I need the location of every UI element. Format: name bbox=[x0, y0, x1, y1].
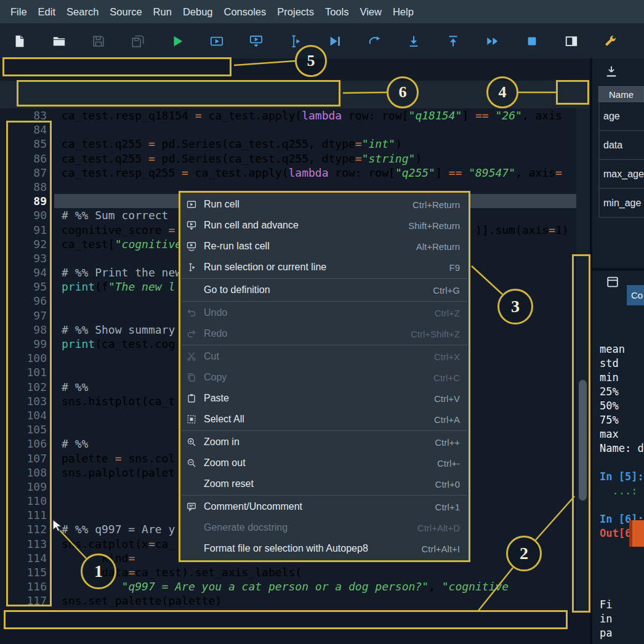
run-current-line-button[interactable] bbox=[367, 34, 382, 49]
preferences-button[interactable] bbox=[603, 34, 618, 49]
maximize-pane-button[interactable] bbox=[564, 34, 579, 49]
code-text[interactable]: ca_test.resp_q18154 = ca_test.apply(lamb… bbox=[54, 108, 576, 123]
menu-item-shortcut: Ctrl+- bbox=[426, 458, 460, 469]
line-number[interactable]: 113 bbox=[0, 537, 54, 551]
menu-run[interactable]: Run bbox=[148, 0, 177, 23]
menu-debug[interactable]: Debug bbox=[177, 0, 219, 23]
menu-item-run-selection[interactable]: Run selection or current line F9 bbox=[180, 257, 469, 278]
menu-file[interactable]: File bbox=[5, 0, 33, 23]
menu-consoles[interactable]: Consoles bbox=[219, 0, 272, 23]
console-pane-icon[interactable] bbox=[606, 275, 619, 289]
menu-item-label: Paste bbox=[204, 393, 229, 404]
menu-item-run-cell-advance[interactable]: Run cell and advance Shift+Return bbox=[180, 215, 469, 236]
menu-projects[interactable]: Projects bbox=[272, 0, 320, 23]
debug-file-button[interactable] bbox=[328, 34, 342, 49]
code-text[interactable]: ca_test.q255 = pd.Series(ca_test.q255, d… bbox=[54, 151, 576, 166]
line-number[interactable]: 93 bbox=[0, 251, 54, 265]
console-tab[interactable]: Co bbox=[627, 285, 644, 305]
step-into-button[interactable] bbox=[406, 34, 421, 49]
menu-item-zoom-out[interactable]: Zoom out Ctrl+- bbox=[180, 453, 469, 473]
line-number[interactable]: 83 bbox=[0, 108, 54, 123]
line-number[interactable]: 86 bbox=[0, 151, 54, 166]
line-number[interactable]: 88 bbox=[0, 180, 54, 194]
line-number[interactable]: 111 bbox=[0, 508, 54, 522]
line-number[interactable]: 100 bbox=[0, 351, 54, 365]
menu-item-zoom-reset[interactable]: Zoom reset Ctrl+0 bbox=[180, 473, 469, 494]
line-number[interactable]: 102 bbox=[0, 380, 54, 394]
menu-source[interactable]: Source bbox=[104, 0, 147, 23]
line-number[interactable]: 97 bbox=[0, 308, 54, 323]
mouse-cursor bbox=[52, 518, 65, 534]
variable-row[interactable]: min_age bbox=[598, 189, 644, 218]
line-number[interactable]: 98 bbox=[0, 323, 54, 337]
menu-item-format-autopep8[interactable]: Format file or selection with Autopep8 C… bbox=[180, 538, 469, 559]
variable-explorer-name-header[interactable]: Name bbox=[598, 86, 644, 102]
code-text[interactable]: data=ca_test).set_axis_labels( bbox=[54, 565, 576, 579]
menu-edit[interactable]: Edit bbox=[33, 0, 61, 23]
line-number[interactable]: 106 bbox=[0, 437, 54, 451]
menu-help[interactable]: Help bbox=[387, 0, 419, 23]
line-number[interactable]: 91 bbox=[0, 223, 54, 237]
code-text[interactable]: "q997 = Are you a cat person or a dog pe… bbox=[54, 579, 576, 594]
line-number[interactable]: 107 bbox=[0, 451, 54, 465]
editor-line: 86 ca_test.q255 = pd.Series(ca_test.q255… bbox=[0, 151, 576, 166]
run-cell-advance-button[interactable] bbox=[249, 34, 264, 49]
variable-row[interactable]: data bbox=[598, 131, 644, 160]
line-number[interactable]: 92 bbox=[0, 237, 54, 251]
menu-view[interactable]: View bbox=[354, 0, 387, 23]
line-number[interactable]: 96 bbox=[0, 294, 54, 308]
code-text[interactable]: ca_test.q255 = pd.Series(ca_test.q255, d… bbox=[54, 137, 576, 151]
menu-item-zoom-in[interactable]: Zoom in Ctrl++ bbox=[180, 432, 469, 453]
code-text[interactable] bbox=[54, 123, 576, 137]
menu-item-run-cell[interactable]: Run cell Ctrl+Return bbox=[180, 194, 469, 215]
line-number[interactable]: 116 bbox=[0, 579, 54, 594]
import-data-icon[interactable] bbox=[605, 65, 618, 78]
menu-item-generate-docstring: Generate docstring Ctrl+Alt+D bbox=[180, 517, 469, 538]
step-return-button[interactable] bbox=[446, 34, 461, 49]
vertical-scrollbar-thumb[interactable] bbox=[579, 380, 587, 501]
line-number[interactable]: 110 bbox=[0, 494, 54, 508]
menu-item-shortcut: Ctrl+V bbox=[423, 393, 460, 404]
menu-tools[interactable]: Tools bbox=[320, 0, 355, 23]
variable-row[interactable]: max_age bbox=[598, 160, 644, 189]
line-number[interactable]: 87 bbox=[0, 166, 54, 180]
line-number[interactable]: 104 bbox=[0, 408, 54, 422]
run-file-button[interactable] bbox=[170, 34, 185, 49]
line-number[interactable]: 85 bbox=[0, 137, 54, 151]
code-text[interactable]: sns.set_palette(palette) bbox=[54, 594, 576, 608]
line-number[interactable]: 84 bbox=[0, 123, 54, 137]
line-number[interactable]: 112 bbox=[0, 522, 54, 536]
stop-button[interactable] bbox=[525, 34, 539, 49]
line-number[interactable]: 101 bbox=[0, 365, 54, 379]
line-number[interactable]: 99 bbox=[0, 337, 54, 351]
run-selection-button[interactable] bbox=[288, 34, 303, 49]
editor-vertical-scrollbar[interactable] bbox=[576, 108, 590, 611]
continue-button[interactable] bbox=[485, 34, 500, 49]
save-all-button[interactable] bbox=[131, 34, 145, 49]
run-cell-button[interactable] bbox=[209, 34, 224, 49]
menu-item-paste[interactable]: Paste Ctrl+V bbox=[180, 388, 469, 409]
code-text[interactable]: ca_test.resp_q255 = ca_test.apply(lambda… bbox=[54, 166, 576, 180]
new-file-button[interactable] bbox=[12, 34, 27, 49]
menu-item-go-to-definition[interactable]: Go to definition Ctrl+G bbox=[180, 280, 469, 300]
open-file-button[interactable] bbox=[52, 34, 66, 49]
line-number[interactable]: 103 bbox=[0, 394, 54, 408]
variable-row[interactable]: age bbox=[598, 102, 644, 131]
line-number[interactable]: 90 bbox=[0, 208, 54, 222]
save-button[interactable] bbox=[91, 34, 106, 49]
menu-item-rerun-last-cell[interactable]: Re-run last cell Alt+Return bbox=[180, 236, 469, 257]
menu-item-comment-uncomment[interactable]: Comment/Uncomment Ctrl+1 bbox=[180, 496, 469, 517]
menu-item-select-all[interactable]: Select All Ctrl+A bbox=[180, 409, 469, 430]
line-number[interactable]: 94 bbox=[0, 265, 54, 280]
line-number[interactable]: 95 bbox=[0, 280, 54, 294]
line-number[interactable]: 115 bbox=[0, 565, 54, 579]
line-number[interactable]: 105 bbox=[0, 422, 54, 437]
line-number[interactable]: 114 bbox=[0, 551, 54, 565]
line-number[interactable]: 89 bbox=[0, 194, 54, 208]
menu-item-label: Generate docstring bbox=[204, 522, 288, 533]
cut-icon bbox=[187, 352, 199, 361]
menu-search[interactable]: Search bbox=[61, 0, 104, 23]
line-number[interactable]: 108 bbox=[0, 465, 54, 480]
line-number[interactable]: 109 bbox=[0, 480, 54, 494]
line-number[interactable]: 117 bbox=[0, 594, 54, 608]
